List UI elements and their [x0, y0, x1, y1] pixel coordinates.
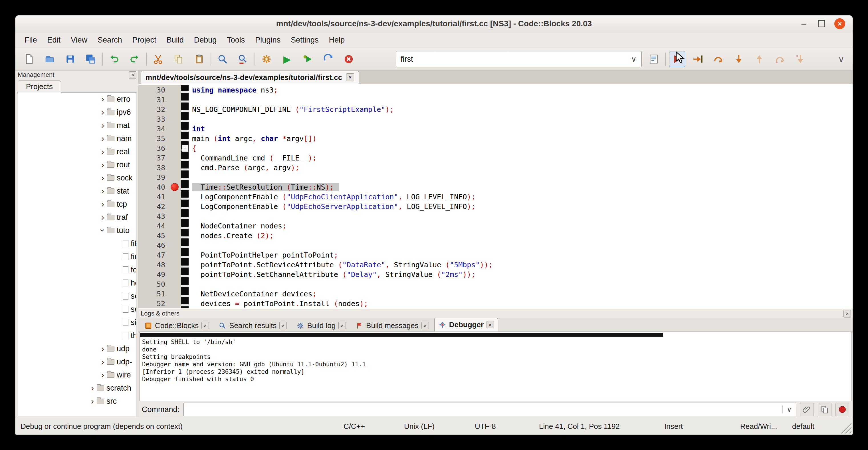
- code-text[interactable]: PointToPointHelper pointToPoint;: [189, 251, 852, 259]
- save-button[interactable]: [62, 51, 78, 67]
- step-out-button[interactable]: [751, 51, 767, 67]
- command-input[interactable]: [184, 405, 782, 414]
- resize-grip[interactable]: [841, 423, 851, 433]
- close-tab-icon[interactable]: ×: [202, 322, 209, 329]
- tree-item-mat[interactable]: ›mat: [18, 119, 136, 132]
- tree-item-th[interactable]: th: [18, 329, 136, 342]
- code-text[interactable]: NetDeviceContainer devices;: [189, 290, 852, 298]
- menu-item-view[interactable]: View: [66, 32, 92, 48]
- line-number[interactable]: 43: [138, 211, 168, 221]
- build-button[interactable]: [258, 51, 275, 67]
- code-line-35[interactable]: 35main (int argc, char *argv[]): [138, 133, 852, 143]
- tree-item-traf[interactable]: ›traf: [18, 211, 136, 224]
- expand-arrow-icon[interactable]: ›: [98, 108, 107, 117]
- cut-button[interactable]: [150, 51, 166, 67]
- code-line-40[interactable]: 40 Time::SetResolution (Time::NS);: [138, 182, 852, 192]
- command-combo[interactable]: ∨: [183, 402, 796, 416]
- maximize-button[interactable]: [817, 19, 826, 29]
- code-line-45[interactable]: 45 nodes.Create (2);: [138, 231, 852, 240]
- menu-item-plugins[interactable]: Plugins: [250, 32, 286, 48]
- code-text[interactable]: NS_LOG_COMPONENT_DEFINE ("FirstScriptExa…: [189, 106, 852, 114]
- tree-item-fir[interactable]: fir: [18, 250, 136, 263]
- expand-arrow-icon[interactable]: ›: [98, 120, 107, 130]
- tab-projects[interactable]: Projects: [18, 81, 61, 92]
- tree-item-se[interactable]: se: [18, 303, 136, 316]
- code-text[interactable]: int: [189, 125, 852, 133]
- tree-item-src[interactable]: ›src: [18, 395, 136, 408]
- breakpoint-margin[interactable]: [168, 279, 181, 289]
- abort-build-button[interactable]: [341, 51, 357, 67]
- code-text[interactable]: main (int argc, char *argv[]): [189, 134, 852, 143]
- expand-arrow-icon[interactable]: ›: [98, 160, 107, 170]
- minimize-button[interactable]: –: [799, 19, 809, 29]
- line-number[interactable]: 40: [138, 182, 168, 192]
- tree-item-se[interactable]: se: [18, 290, 136, 303]
- menu-item-build[interactable]: Build: [161, 32, 189, 48]
- line-number[interactable]: 31: [138, 95, 168, 104]
- titlebar[interactable]: mnt/dev/tools/source/ns-3-dev/examples/t…: [16, 16, 852, 32]
- line-number[interactable]: 45: [138, 231, 168, 240]
- tree-item-stat[interactable]: ›stat: [18, 184, 136, 198]
- step-into-instruction-button[interactable]: [793, 51, 808, 67]
- code-line-37[interactable]: 37 CommandLine cmd (__FILE__);: [138, 153, 852, 163]
- code-line-42[interactable]: 42 LogComponentEnable ("UdpEchoServerApp…: [138, 202, 852, 211]
- breakpoint-margin[interactable]: [168, 133, 181, 143]
- close-tab-icon[interactable]: ×: [279, 322, 287, 329]
- menu-item-help[interactable]: Help: [323, 32, 350, 48]
- expand-arrow-icon[interactable]: ›: [98, 344, 107, 354]
- expand-arrow-icon[interactable]: ›: [98, 370, 107, 380]
- tab-search-results[interactable]: Search results ×: [214, 320, 291, 331]
- code-line-32[interactable]: 32NS_LOG_COMPONENT_DEFINE ("FirstScriptE…: [138, 104, 852, 114]
- code-line-51[interactable]: 51 NetDeviceContainer devices;: [138, 289, 852, 299]
- tree-item-fif[interactable]: fif: [18, 237, 136, 250]
- chevron-down-icon[interactable]: ∨: [782, 406, 796, 414]
- tree-item-ipv6[interactable]: ›ipv6: [18, 106, 136, 119]
- breakpoint-margin[interactable]: [168, 95, 181, 104]
- tree-item-udp-[interactable]: ›udp-: [18, 355, 136, 368]
- breakpoint-icon[interactable]: [170, 183, 179, 191]
- code-text[interactable]: [189, 241, 852, 249]
- code-line-46[interactable]: 46: [138, 240, 852, 250]
- menu-item-project[interactable]: Project: [127, 32, 161, 48]
- code-line-30[interactable]: 30using namespace ns3;: [138, 85, 852, 95]
- breakpoint-margin[interactable]: [168, 153, 181, 163]
- close-panel-icon[interactable]: ×: [129, 71, 136, 79]
- code-text[interactable]: using namespace ns3;: [189, 86, 852, 94]
- code-line-47[interactable]: 47 PointToPointHelper pointToPoint;: [138, 250, 852, 260]
- close-button[interactable]: ×: [834, 18, 845, 29]
- open-file-button[interactable]: [42, 51, 58, 67]
- editor-tab[interactable]: mnt/dev/tools/source/ns-3-dev/examples/t…: [141, 71, 359, 84]
- expand-arrow-icon[interactable]: ›: [88, 383, 97, 393]
- code-line-38[interactable]: 38 cmd.Parse (argc, argv);: [138, 163, 852, 173]
- line-number[interactable]: 50: [138, 279, 168, 289]
- run-button[interactable]: ▶: [279, 51, 295, 67]
- code-line-34[interactable]: 34int: [138, 124, 852, 133]
- breakpoint-margin[interactable]: [168, 240, 181, 250]
- save-all-button[interactable]: [83, 51, 99, 67]
- tree-item-tuto[interactable]: ›tuto: [18, 224, 136, 237]
- code-line-31[interactable]: 31: [138, 95, 852, 104]
- tree-item-udp[interactable]: ›udp: [18, 342, 136, 355]
- breakpoint-margin[interactable]: [168, 173, 181, 182]
- breakpoint-margin[interactable]: [168, 202, 181, 211]
- expand-arrow-icon[interactable]: ›: [98, 173, 107, 183]
- line-number[interactable]: 44: [138, 221, 168, 231]
- tab-build-log[interactable]: Build log ×: [292, 320, 350, 331]
- project-tree[interactable]: ›erro›ipv6›mat›nam›real›rout›sock›stat›t…: [17, 92, 136, 416]
- expand-arrow-icon[interactable]: ›: [98, 357, 107, 367]
- code-text[interactable]: devices = pointToPoint.Install (nodes);: [189, 300, 852, 308]
- breakpoint-margin[interactable]: [168, 250, 181, 260]
- line-number[interactable]: 52: [138, 299, 168, 308]
- tree-item-rout[interactable]: ›rout: [18, 158, 136, 171]
- line-number[interactable]: 33: [138, 114, 168, 124]
- line-number[interactable]: 37: [138, 153, 168, 163]
- tree-item-tcp[interactable]: ›tcp: [18, 198, 136, 211]
- line-number[interactable]: 48: [138, 260, 168, 270]
- menu-item-tools[interactable]: Tools: [222, 32, 250, 48]
- build-target-input[interactable]: [396, 55, 626, 64]
- menu-item-debug[interactable]: Debug: [189, 32, 222, 48]
- expand-arrow-icon[interactable]: ›: [98, 94, 107, 104]
- breakpoint-margin[interactable]: [168, 85, 181, 95]
- code-text[interactable]: [189, 212, 852, 220]
- code-text[interactable]: NodeContainer nodes;: [189, 222, 852, 230]
